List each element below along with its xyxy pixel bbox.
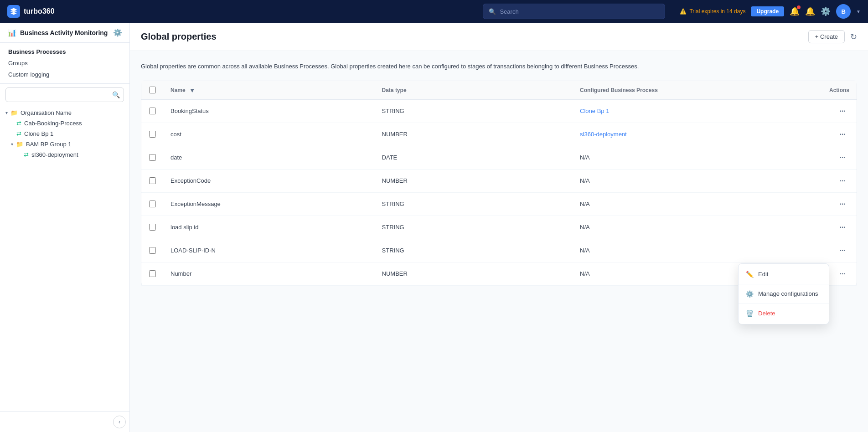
group-folder-icon: 📁 <box>16 141 23 148</box>
cell-configured-bp: N/A <box>573 169 804 192</box>
create-button[interactable]: + Create <box>808 30 845 43</box>
table-row: LOAD-SLIP-ID-NSTRINGN/A··· <box>141 239 857 262</box>
row-actions-button-3[interactable]: ··· <box>836 175 849 187</box>
search-bar[interactable]: 🔍 <box>483 4 665 19</box>
cell-configured-bp: N/A <box>573 192 804 216</box>
bp-link[interactable]: Clone Bp 1 <box>580 108 609 114</box>
context-menu-delete[interactable]: 🗑️ Delete <box>739 306 829 321</box>
cell-data-type: STRING <box>375 192 573 216</box>
tree-org-folder[interactable]: ▾ 📁 Organisation Name <box>0 108 129 118</box>
tab-custom-logging[interactable]: Custom logging <box>5 69 124 80</box>
cell-data-type: STRING <box>375 216 573 239</box>
cell-name: Number <box>163 262 375 285</box>
main-content: Global properties + Create ↻ Global prop… <box>130 23 868 432</box>
cell-name: LOAD-SLIP-ID-N <box>163 239 375 262</box>
org-chevron-icon: ▾ <box>5 110 8 115</box>
cell-name: ExceptionMessage <box>163 192 375 216</box>
cell-configured-bp[interactable]: Clone Bp 1 <box>573 99 804 123</box>
layout: 📊 Business Activity Monitoring ⚙️ Busine… <box>0 23 868 432</box>
tree-group-label: BAM BP Group 1 <box>26 141 71 148</box>
context-menu-edit[interactable]: ✏️ Edit <box>739 267 829 282</box>
bp-link[interactable]: sl360-deployment <box>580 131 627 138</box>
row-checkbox-0[interactable] <box>149 108 156 114</box>
properties-table: Name ▼ Data type Configured Business Pro… <box>141 81 857 286</box>
alerts-button[interactable]: 🔔 <box>805 6 815 16</box>
sidebar-title: Business Activity Monitoring <box>20 29 108 36</box>
cell-data-type: STRING <box>375 99 573 123</box>
tree-item-cab-booking[interactable]: ⇄ Cab-Booking-Process <box>0 118 129 129</box>
tab-groups[interactable]: Groups <box>5 58 124 68</box>
header-name: Name ▼ <box>163 81 375 100</box>
logo: turbo360 <box>7 5 55 18</box>
cell-configured-bp[interactable]: sl360-deployment <box>573 123 804 146</box>
row-actions-button-7[interactable]: ··· <box>836 268 849 280</box>
notifications-button[interactable]: 🔔 <box>790 6 800 16</box>
edit-icon: ✏️ <box>746 271 754 278</box>
sidebar-header: 📊 Business Activity Monitoring ⚙️ <box>0 23 129 43</box>
process-icon-sl360: ⇄ <box>24 151 29 158</box>
description-text: Global properties are common across all … <box>141 62 642 72</box>
main-header: Global properties + Create ↻ <box>130 23 868 51</box>
table-header-row: Name ▼ Data type Configured Business Pro… <box>141 81 857 100</box>
process-icon-clone: ⇄ <box>16 130 21 137</box>
cell-actions: ··· <box>804 146 857 169</box>
row-checkbox-6[interactable] <box>149 247 156 254</box>
collapse-icon: ‹ <box>119 419 120 425</box>
sidebar: 📊 Business Activity Monitoring ⚙️ Busine… <box>0 23 130 432</box>
cell-name: BookingStatus <box>163 99 375 123</box>
tree-item-clone-bp1[interactable]: ⇄ Clone Bp 1 <box>0 129 129 139</box>
cell-actions: ··· <box>804 123 857 146</box>
context-menu-manage[interactable]: ⚙️ Manage configurations <box>739 286 829 302</box>
table-row: ExceptionCodeNUMBERN/A··· <box>141 169 857 192</box>
refresh-icon: ↻ <box>850 32 857 41</box>
row-actions-button-0[interactable]: ··· <box>836 105 849 117</box>
tree-item-label: sl360-deployment <box>31 151 78 158</box>
avatar-button[interactable]: B <box>836 4 851 19</box>
context-menu-delete-label: Delete <box>758 310 775 317</box>
tree-bam-group-folder[interactable]: ▾ 📁 BAM BP Group 1 <box>0 139 129 149</box>
sidebar-search-area: 🔍 <box>0 84 129 106</box>
sidebar-gear-button[interactable]: ⚙️ <box>113 28 122 37</box>
cell-name: load slip id <box>163 216 375 239</box>
filter-icon[interactable]: ▼ <box>189 87 196 94</box>
header-checkbox-cell <box>141 81 163 100</box>
select-all-checkbox[interactable] <box>149 87 156 93</box>
tree-item-sl360[interactable]: ⇄ sl360-deployment <box>0 149 129 160</box>
settings-button[interactable]: ⚙️ <box>821 6 831 16</box>
row-actions-button-5[interactable]: ··· <box>836 221 849 233</box>
row-checkbox-4[interactable] <box>149 201 156 207</box>
table-row: dateDATEN/A··· <box>141 146 857 169</box>
row-actions-button-6[interactable]: ··· <box>836 245 849 257</box>
navbar: turbo360 🔍 ⚠️ Trial expires in 14 days U… <box>0 0 868 23</box>
header-configured-bp: Configured Business Process <box>573 81 804 100</box>
folder-icon: 📁 <box>10 109 18 116</box>
table-row: load slip idSTRINGN/A··· <box>141 216 857 239</box>
main-body: Global properties are common across all … <box>130 51 868 432</box>
row-actions-button-1[interactable]: ··· <box>836 129 849 140</box>
table-container: Name ▼ Data type Configured Business Pro… <box>141 81 857 286</box>
avatar-chevron-icon: ▼ <box>856 9 861 14</box>
sidebar-collapse-button[interactable]: ‹ <box>113 416 126 428</box>
sidebar-search-input[interactable] <box>10 92 109 98</box>
row-checkbox-5[interactable] <box>149 224 156 231</box>
row-checkbox-2[interactable] <box>149 154 156 161</box>
row-actions-button-4[interactable]: ··· <box>836 198 849 210</box>
cell-data-type: NUMBER <box>375 169 573 192</box>
sidebar-tree: ▾ 📁 Organisation Name ⇄ Cab-Booking-Proc… <box>0 106 129 411</box>
refresh-button[interactable]: ↻ <box>850 32 857 42</box>
context-menu-manage-label: Manage configurations <box>758 290 818 297</box>
search-input[interactable] <box>500 8 659 15</box>
delete-icon: 🗑️ <box>746 310 754 317</box>
row-actions-button-2[interactable]: ··· <box>836 152 849 164</box>
sidebar-collapse-area: ‹ <box>0 411 129 432</box>
tab-business-processes[interactable]: Business Processes <box>5 46 124 57</box>
row-checkbox-1[interactable] <box>149 131 156 138</box>
cell-data-type: STRING <box>375 239 573 262</box>
cell-name: cost <box>163 123 375 146</box>
upgrade-button[interactable]: Upgrade <box>751 6 784 16</box>
context-divider-1 <box>739 284 829 284</box>
page-title: Global properties <box>141 31 217 42</box>
sidebar-search-bar[interactable]: 🔍 <box>5 87 124 102</box>
row-checkbox-7[interactable] <box>149 270 156 277</box>
row-checkbox-3[interactable] <box>149 177 156 184</box>
